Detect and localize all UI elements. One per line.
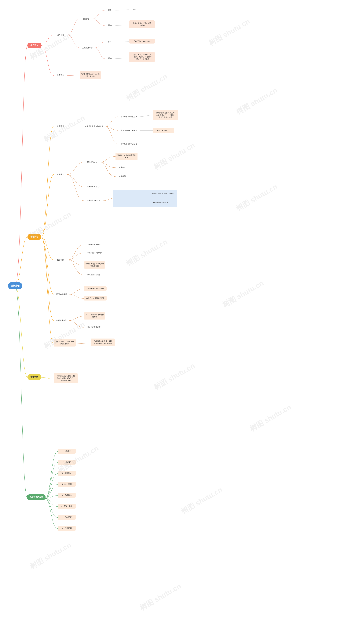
node-xianpingtai: 现有平台	[54, 32, 67, 37]
node-guanwang: 官网、微信公众平台、微 博、论坛等	[80, 71, 101, 79]
node-pinpanjiao: 水果拼盘切果切视频	[84, 250, 105, 255]
watermark: 树图 shutu.cn	[138, 581, 183, 613]
branch-paishe: 拍摄方式	[27, 374, 41, 380]
watermark: 树图 shutu.cn	[207, 17, 252, 48]
watermark: 树图 shutu.cn	[234, 86, 279, 117]
node-qieda: 切水果的达人	[84, 160, 100, 164]
node-ertong: 针对幼儿的水果中英文动 画教学视频	[84, 262, 105, 268]
node-jiaoxue: 教学视频	[54, 258, 67, 262]
node-yingyang: 水果营养果汁搭配	[115, 195, 136, 200]
node-pinpan: 水果拼盘	[116, 165, 129, 170]
watermark: 树图 shutu.cn	[56, 444, 100, 475]
node-y5: 5、目标精准	[58, 493, 76, 498]
watermark: 树图 shutu.cn	[152, 140, 197, 172]
watermark: 树图 shutu.cn	[42, 113, 87, 144]
mindmap-container: 视频营销 推广平台 现有平台 短视频 国外 Vine 国内 微视、美拍、秒拍、玩…	[0, 0, 352, 644]
node-qiepian: 水果果切视频教学	[84, 242, 104, 247]
node-zhuliu: 主流常规平台	[80, 46, 95, 50]
node-youku: 优酷、土豆、56我乐、第 一视频、酷6网、搜狐视频 、爱奇艺、腾讯拍客	[129, 52, 155, 62]
node-y7: 7、成本低廉	[58, 515, 76, 520]
watermark: 树图 shutu.cn	[124, 237, 169, 268]
watermark: 树图 shutu.cn	[248, 402, 293, 434]
branch-youshi: 视频营销的优势	[27, 494, 45, 500]
node-vine: Vine	[129, 8, 140, 12]
node-y6: 6、互动+主动	[58, 504, 76, 509]
node-duanshipin: 短视频	[80, 16, 92, 21]
node-shuiguoda: 水果达人	[54, 172, 67, 177]
node-dongtai: 水果营行的公司动态报道	[84, 286, 107, 291]
node-guonei2: 国内	[105, 56, 116, 60]
node-youxida: 玩水果游戏的达人	[84, 184, 103, 189]
node-weishi: 微视、美拍、秒拍、玩拍 、趣拍等	[129, 20, 155, 28]
node-gaoxiao: 高遍格、方便的切水果的 方法	[116, 152, 138, 160]
node-y1: 1、收录快	[58, 449, 76, 454]
node-yuangong2: 员工、客户遇到的各种新 闻趣事	[84, 312, 105, 320]
node-gushi: 故事营销	[54, 124, 67, 129]
node-guowai2: 国外	[105, 40, 116, 44]
node-y8: 8、效果可测	[58, 526, 76, 531]
node-y2: 2、排名好	[58, 460, 76, 465]
branch-tuiguang: 推广平台	[27, 43, 41, 48]
node-y3: 3、搜索量大	[58, 471, 76, 476]
node-jiezhu: 借助话题炒作、事件营销 或明星效应等	[54, 339, 76, 346]
node-zijipai: 可我们自己进行拍摄，也 可自发拍摄好发给我们， 制作好了发布	[54, 373, 78, 383]
branch-yingxiao: 营销内容	[27, 234, 41, 240]
node-hangye: 水果行业的新闻动态报道	[84, 296, 107, 300]
watermark: 树图 shutu.cn	[179, 485, 224, 516]
node-gudong: 股东与水果营行的故事	[118, 114, 140, 119]
node-yuangong: 员工与水果营行的故事	[118, 142, 140, 146]
node-zipingtai: 自有平台	[54, 73, 67, 78]
node-tiandian: 水果甜点美食 ─ 蛋糕、沙拉等	[148, 191, 177, 196]
watermark: 树图 shutu.cn	[152, 361, 197, 392]
watermark: 树图 shutu.cn	[221, 278, 265, 310]
node-y4: 4、转化率高	[58, 482, 76, 487]
node-xinwen: 新闻热点视频	[54, 292, 69, 297]
watermark: 树图 shutu.cn	[234, 182, 279, 213]
node-lizi1: 例如：股东是如何加入到 水果营行来的，加入进来 之后又有什么感受	[153, 110, 178, 120]
node-yingyangjia: 水果营养搭配讲解	[84, 272, 104, 277]
node-gaoguan: 高管与水果营行的故事	[118, 128, 140, 133]
node-meishi: 水果美食制作达人	[84, 198, 103, 203]
node-youtube: You Tube、facebook	[129, 39, 155, 44]
watermark: 树图 shutu.cn	[28, 540, 73, 572]
connector-lines	[0, 0, 352, 644]
root-node: 视频营销	[8, 282, 22, 289]
node-guonei1: 国内	[105, 23, 116, 27]
node-shehui: 社会中的新闻趣事	[84, 325, 104, 330]
node-shushi: 用水果做的美味熟食	[148, 200, 173, 205]
node-diaosu: 水果雕刻	[116, 174, 129, 179]
node-guowai1: 国外	[105, 8, 116, 12]
node-lizi2: 例如：易总的一天	[153, 128, 174, 133]
node-wangfeng: 汪峰携手水果营行、及网 络新爆出的诸多新奇事件	[91, 338, 115, 346]
node-shuiguo1: 水果营行发展由来的故事	[83, 124, 105, 129]
node-xinxian: 新鲜趣事新闻	[54, 318, 69, 323]
watermark: 树图 shutu.cn	[124, 72, 169, 103]
